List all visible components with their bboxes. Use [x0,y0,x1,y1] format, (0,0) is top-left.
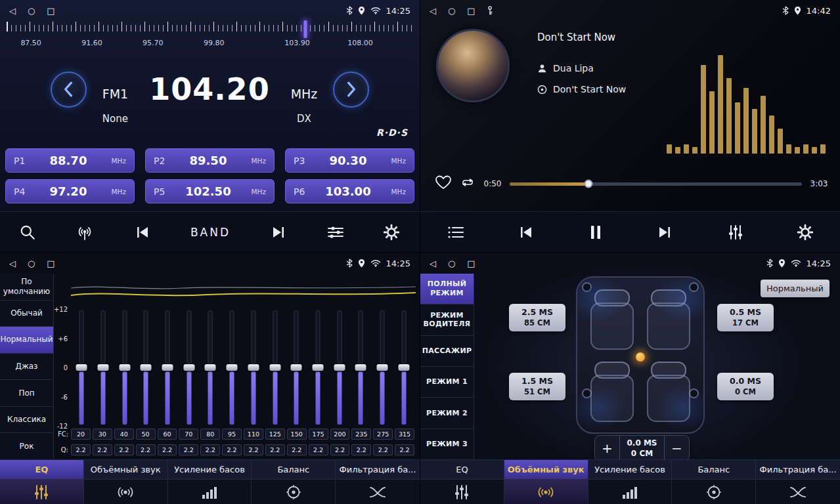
slider-handle[interactable] [162,364,173,371]
audio-tab[interactable]: Фильтрация ба... [336,460,420,504]
slider-handle[interactable] [205,364,216,371]
search-button[interactable] [19,224,36,241]
recents-button[interactable]: □ [467,7,475,15]
speaker-distance-front-right[interactable]: 0.5 MS 17 CM [717,304,774,331]
album-art[interactable] [436,29,510,102]
radio-preset-button[interactable]: P188.70MHz [5,148,135,173]
queue-button[interactable] [447,224,465,240]
frequency-scale[interactable]: 87.5091.6095.7099.80103.90108.00 [7,22,413,56]
eq-preset-item[interactable]: Поп [0,380,53,407]
slider-handle[interactable] [119,364,130,371]
sound-mode-item[interactable]: РЕЖИМ 3 [420,429,474,460]
eq-band-slider[interactable] [307,309,329,426]
audio-tab[interactable]: EQ [0,460,84,504]
eq-preset-item[interactable]: Нормальный [0,327,53,354]
back-button[interactable]: ◁ [9,259,16,268]
sound-mode-item[interactable]: РЕЖИМ 1 [420,367,474,398]
favorite-button[interactable] [435,175,452,193]
recents-button[interactable]: □ [47,7,55,15]
radio-preset-button[interactable]: P497.20MHz [5,179,135,203]
radio-preset-button[interactable]: P5102.50MHz [145,179,275,203]
audio-tab[interactable]: Баланс [252,460,336,504]
eq-band-slider[interactable] [135,309,157,426]
next-track-button[interactable] [655,224,674,240]
next-button[interactable] [269,224,288,240]
eq-band-slider[interactable] [71,309,93,426]
back-button[interactable]: ◁ [430,7,436,15]
audio-tab[interactable]: Баланс [672,460,756,504]
band-button[interactable]: BAND [190,226,231,239]
slider-handle[interactable] [291,364,302,371]
home-button[interactable]: ○ [448,7,455,15]
slider-handle[interactable] [141,364,152,371]
speaker-distance-rear-left[interactable]: 1.5 MS 51 CM [509,373,565,400]
eq-band-slider[interactable] [178,309,200,426]
tune-down-button[interactable] [51,72,87,108]
sound-mode-item[interactable]: РЕЖИМ ВОДИТЕЛЯ [420,304,474,335]
settings-button[interactable] [383,224,400,241]
eq-preset-item[interactable]: Обычай [0,301,53,327]
progress-knob[interactable] [585,180,593,188]
eq-band-slider[interactable] [243,309,265,426]
eq-band-slider[interactable] [393,309,414,426]
broadcast-scan-button[interactable] [75,224,95,241]
seek-bar[interactable] [510,182,802,186]
eq-preset-item[interactable]: По умолчанию [0,274,53,301]
slider-handle[interactable] [183,364,194,371]
sound-mode-item[interactable]: ПОЛНЫЙ РЕЖИМ [420,274,474,304]
recents-button[interactable]: □ [47,259,55,268]
eq-band-slider[interactable] [114,309,135,426]
slider-handle[interactable] [398,364,409,371]
audio-tab[interactable]: EQ [420,460,504,504]
audio-tab[interactable]: Усиление басов [588,460,673,504]
home-button[interactable]: ○ [28,7,35,15]
increase-button[interactable]: + [595,436,619,461]
pause-button[interactable] [588,224,604,241]
home-button[interactable]: ○ [28,259,35,268]
radio-preset-button[interactable]: P390.30MHz [285,148,414,173]
slider-handle[interactable] [376,364,387,371]
back-button[interactable]: ◁ [430,259,436,268]
eq-band-slider[interactable] [286,309,307,426]
back-button[interactable]: ◁ [9,7,16,15]
audio-settings-button[interactable] [726,224,745,241]
listening-position-dot[interactable] [636,352,645,362]
slider-handle[interactable] [248,364,259,371]
eq-band-slider[interactable] [372,309,393,426]
tune-up-button[interactable] [333,72,369,108]
eq-preset-item[interactable]: Джаз [0,354,53,381]
audio-tab[interactable]: Объёмный звук [84,460,168,504]
eq-band-slider[interactable] [157,309,179,426]
tune-settings-button[interactable] [326,224,345,240]
repeat-button[interactable] [460,176,475,192]
previous-track-button[interactable] [517,224,535,240]
eq-preset-item[interactable]: Классика [0,407,53,434]
eq-band-slider[interactable] [221,309,243,426]
slider-handle[interactable] [76,364,87,371]
eq-band-slider[interactable] [264,309,286,426]
radio-preset-button[interactable]: P6103.00MHz [285,179,414,203]
sound-mode-item[interactable]: РЕЖИМ 2 [420,398,474,429]
eq-preset-item[interactable]: Рок [0,433,53,460]
settings-button[interactable] [797,224,814,241]
home-button[interactable]: ○ [448,259,455,268]
audio-tab[interactable]: Усиление басов [168,460,252,504]
speaker-distance-rear-right[interactable]: 0.0 MS 0 CM [717,373,774,400]
sound-mode-item[interactable]: ПАССАЖИР [420,336,474,367]
slider-handle[interactable] [334,364,345,371]
eq-band-slider[interactable] [350,309,372,426]
sound-preset-button[interactable]: Нормальный [761,280,829,297]
previous-button[interactable] [133,224,152,240]
eq-band-slider[interactable] [200,309,221,426]
eq-band-slider[interactable] [93,309,114,426]
audio-tab[interactable]: Фильтрация ба... [756,460,840,504]
radio-preset-button[interactable]: P289.50MHz [145,148,275,173]
slider-handle[interactable] [355,364,366,371]
decrease-button[interactable]: − [665,436,689,461]
slider-handle[interactable] [312,364,323,371]
speaker-distance-front-left[interactable]: 2.5 MS 85 CM [509,304,565,331]
recents-button[interactable]: □ [467,259,475,268]
slider-handle[interactable] [227,364,238,371]
eq-band-slider[interactable] [328,309,350,426]
audio-tab[interactable]: Объёмный звук [504,460,588,504]
